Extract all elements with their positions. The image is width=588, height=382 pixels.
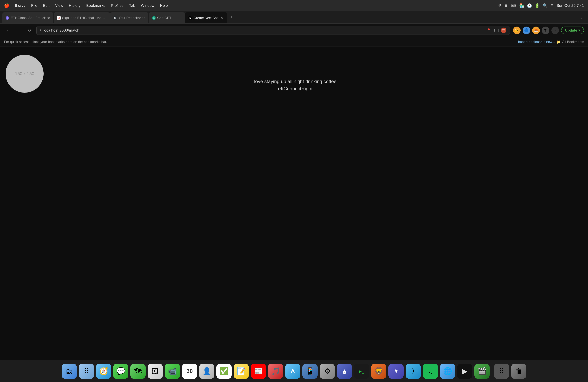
dock-music[interactable]: 🎵 xyxy=(268,364,283,379)
tab-eth-title: ETHGlobal San Francisco xyxy=(11,16,50,20)
tab-next-close[interactable]: ✕ xyxy=(220,16,224,20)
avatar-1[interactable]: 🐱 xyxy=(513,27,521,34)
menubar-clock-icon[interactable]: 🕐 xyxy=(527,3,532,8)
dock-reminders[interactable]: ✅ xyxy=(216,364,231,379)
folder-icon: 📁 xyxy=(556,40,561,44)
tabbar: E ETHGlobal San Francisco M Sign in to E… xyxy=(0,11,588,24)
dock-photos[interactable]: 🖼 xyxy=(147,364,163,379)
reload-button[interactable]: ↻ xyxy=(26,27,33,34)
menubar-profiles[interactable]: Profiles xyxy=(111,3,123,8)
dock-news[interactable]: 📰 xyxy=(251,364,266,379)
menubar-apps-icon[interactable]: ⌨ xyxy=(511,3,516,8)
tab-next[interactable]: N Create Next App ✕ xyxy=(185,12,227,23)
favicon-eth: E xyxy=(6,16,9,20)
dock-slack[interactable]: # xyxy=(388,364,404,379)
menubar-right: Ψ ⏺ ⌨ 🏪 🕐 🔋 🔍 ⊞ Sun Oct 20 7:41 xyxy=(498,3,584,8)
tab-chatgpt-title: ChatGPT xyxy=(157,16,182,20)
avatar-4[interactable]: 🗡 xyxy=(542,27,549,34)
page-content: 150 x 150 I love staying up all night dr… xyxy=(0,47,588,360)
share-icon[interactable]: ⬆ xyxy=(493,28,496,33)
main-text: I love staying up all night drinking cof… xyxy=(252,79,336,84)
address-icons: 📍 ⬆ | 🛡 xyxy=(487,28,506,33)
profile-placeholder-text: 150 x 150 xyxy=(15,71,34,76)
dock-divider xyxy=(492,365,492,377)
tab-eth[interactable]: E ETHGlobal San Francisco xyxy=(2,12,53,23)
dock-facetime[interactable]: 📹 xyxy=(165,364,180,379)
menubar-help[interactable]: Help xyxy=(160,3,168,8)
new-tab-button[interactable]: + xyxy=(227,13,235,21)
back-button[interactable]: ‹ xyxy=(4,27,12,34)
menubar-window[interactable]: Window xyxy=(141,3,154,8)
dock-telegram[interactable]: ✈ xyxy=(406,364,421,379)
profile-image: 150 x 150 xyxy=(6,55,43,93)
dock-cardhop[interactable]: ♠ xyxy=(337,364,352,379)
dock-terminal[interactable]: ▶_ xyxy=(354,364,369,379)
dock-settings[interactable]: ⚙ xyxy=(320,364,335,379)
apple-menu[interactable]: 🍎 xyxy=(4,3,9,8)
avatar-5[interactable]: ♪ xyxy=(551,27,559,34)
tab-github-title: Your Repositories xyxy=(119,16,146,20)
favicon-gmail: M xyxy=(57,16,61,20)
address-bar[interactable]: ℹ localhost:3000/match 📍 ⬆ | 🛡 xyxy=(36,26,510,35)
avatar-3[interactable]: 🦊 xyxy=(532,27,540,34)
menubar-store-icon[interactable]: 🏪 xyxy=(519,3,524,8)
all-bookmarks[interactable]: 📁 All Bookmarks xyxy=(556,40,584,44)
info-icon: ℹ xyxy=(40,28,41,32)
dock-brave[interactable]: 🦁 xyxy=(371,364,386,379)
dock-trash[interactable]: 🗑 xyxy=(511,364,526,379)
nav-right: 🐱 🔵 🦊 🗡 ♪ Update ▾ xyxy=(513,27,584,34)
bookmarks-hint-text: For quick access, place your bookmarks h… xyxy=(4,40,517,44)
menubar-file[interactable]: File xyxy=(31,3,37,8)
avatar-2[interactable]: 🔵 xyxy=(523,27,530,34)
menubar: 🍎 Brave File Edit View History Bookmarks… xyxy=(0,0,588,11)
dock-iina[interactable]: ▶ xyxy=(457,364,472,379)
dock-messages[interactable]: 💬 xyxy=(113,364,128,379)
location-icon[interactable]: 📍 xyxy=(487,28,491,33)
tab-list-button[interactable]: ⌄ xyxy=(578,11,586,23)
menubar-search-icon[interactable]: 🔍 xyxy=(543,3,547,8)
dock-imovie[interactable]: 🎬 xyxy=(474,364,490,379)
menubar-view[interactable]: View xyxy=(55,3,63,8)
dock: 🗂 ⠿ 🧭 💬 🗺 🖼 📹 30 👤 ✅ 📝 📰 🎵 A 📱 ⚙ ♠ ▶_ 🦁 … xyxy=(0,360,588,382)
sub-text: LeftConnectRight xyxy=(252,86,336,92)
menubar-edit[interactable]: Edit xyxy=(43,3,49,8)
dock-spotify[interactable]: ♫ xyxy=(423,364,438,379)
shield-icon[interactable]: 🛡 xyxy=(501,28,506,33)
menubar-record-icon[interactable]: ⏺ xyxy=(504,3,508,8)
all-bookmarks-label: All Bookmarks xyxy=(562,40,584,44)
dock-contacts[interactable]: 👤 xyxy=(199,364,214,379)
favicon-github: ⊕ xyxy=(113,16,117,20)
tab-gmail[interactable]: M Sign in to ETHGlobal - thomasr92 xyxy=(54,12,110,23)
navbar: ‹ › ↻ ℹ localhost:3000/match 📍 ⬆ | 🛡 🐱 🔵… xyxy=(0,24,588,37)
menubar-controlcenter-icon[interactable]: ⊞ xyxy=(550,3,554,8)
dock-calendar[interactable]: 30 xyxy=(182,364,197,379)
dock-browser[interactable]: 🌐 xyxy=(440,364,455,379)
dock-more-apps[interactable]: ⠿ xyxy=(494,364,509,379)
forward-button[interactable]: › xyxy=(15,27,22,34)
center-text-block: I love staying up all night drinking cof… xyxy=(252,79,336,92)
menubar-wallet-icon[interactable]: Ψ xyxy=(498,3,501,8)
tab-chatgpt[interactable]: G ChatGPT xyxy=(149,12,185,23)
menubar-tab[interactable]: Tab xyxy=(129,3,135,8)
bookmarks-bar: For quick access, place your bookmarks h… xyxy=(0,37,588,47)
dock-safari[interactable]: 🧭 xyxy=(96,364,111,379)
update-button[interactable]: Update ▾ xyxy=(561,27,584,34)
menubar-history[interactable]: History xyxy=(69,3,81,8)
dock-maps[interactable]: 🗺 xyxy=(130,364,146,379)
tab-gmail-title: Sign in to ETHGlobal - thomasr92 xyxy=(62,16,106,20)
dock-notes[interactable]: 📝 xyxy=(234,364,249,379)
dock-finder[interactable]: 🗂 xyxy=(62,364,77,379)
menubar-bookmarks[interactable]: Bookmarks xyxy=(86,3,105,8)
menubar-datetime: Sun Oct 20 7:41 xyxy=(557,3,584,8)
dock-simulator[interactable]: 📱 xyxy=(302,364,318,379)
dock-launchpad[interactable]: ⠿ xyxy=(79,364,94,379)
import-bookmarks-link[interactable]: Import bookmarks now... xyxy=(518,40,555,44)
menubar-app-name[interactable]: Brave xyxy=(15,3,26,8)
favicon-next: N xyxy=(189,16,192,20)
tab-next-title: Create Next App xyxy=(194,16,219,20)
tab-github[interactable]: ⊕ Your Repositories xyxy=(110,12,148,23)
dock-appstore[interactable]: A xyxy=(285,364,300,379)
favicon-chatgpt: G xyxy=(152,16,156,20)
menubar-battery-icon[interactable]: 🔋 xyxy=(535,3,540,8)
url-text: localhost:3000/match xyxy=(43,28,484,33)
